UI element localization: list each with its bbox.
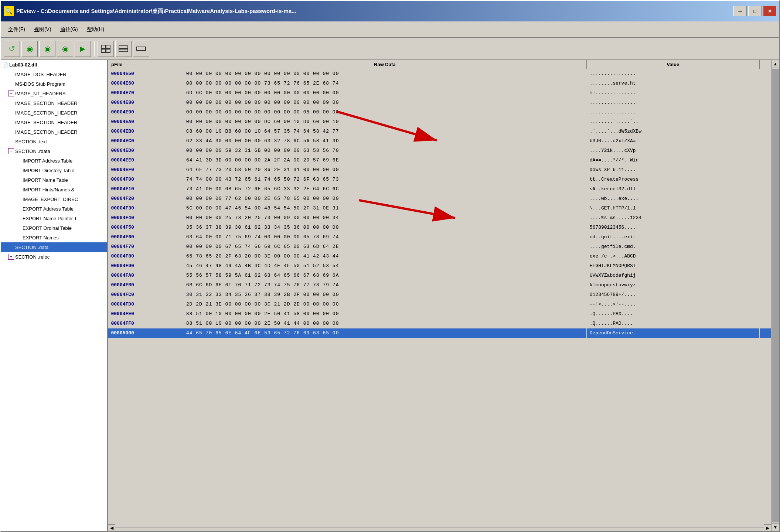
scroll-right-button[interactable]: ▶ xyxy=(764,524,771,532)
cell-address: 00004FC0 xyxy=(108,290,183,300)
table-row[interactable]: 00004E5000 00 00 00 00 00 00 00 00 00 00… xyxy=(108,69,771,79)
view2-button[interactable] xyxy=(115,41,132,57)
tree-item-export-names[interactable]: EXPORT Names xyxy=(1,233,107,242)
next-button[interactable]: ▶ xyxy=(75,41,91,57)
menu-view[interactable]: 视图(V) xyxy=(30,24,56,35)
table-row[interactable]: 00004F5035 36 37 38 39 30 61 62 33 34 35… xyxy=(108,223,771,232)
table-row[interactable]: 00004E6000 00 00 00 00 00 00 00 73 65 72… xyxy=(108,79,771,88)
cell-value: EFGHIJKLMNOPQRST xyxy=(586,261,759,271)
tree-root[interactable]: 📄 Lab03-02.dll xyxy=(1,60,107,69)
cell-address: 00004FB0 xyxy=(108,280,183,290)
right-panel[interactable]: pFile Raw Data Value 00004E5000 00 00 00… xyxy=(108,60,771,524)
cell-hex: 45 46 47 48 49 4A 4B 4C 4D 4E 4F 50 51 5… xyxy=(183,261,586,271)
scroll-left-button[interactable]: ◀ xyxy=(108,524,115,532)
tree-item-import-hints[interactable]: IMPORT Hints/Names & xyxy=(1,185,107,194)
tree-item-section-header3[interactable]: IMAGE_SECTION_HEADER xyxy=(1,117,107,127)
tree-item-nt-headers[interactable]: + IMAGE_NT_HEADERS xyxy=(1,89,107,98)
table-row[interactable]: 00004EC062 33 4A 30 00 00 00 00 63 32 78… xyxy=(108,136,771,146)
scroll-down-button[interactable]: ▼ xyxy=(772,523,779,531)
cell-address: 00004EB0 xyxy=(108,127,183,136)
tree-item-export-name-pointer[interactable]: EXPORT Name Pointer T xyxy=(1,214,107,223)
scroll-up-button[interactable]: ▲ xyxy=(772,60,779,68)
tree-item-section-header4[interactable]: IMAGE_SECTION_HEADER xyxy=(1,127,107,137)
table-row[interactable]: 00004F7000 00 00 00 67 65 74 66 69 6C 65… xyxy=(108,242,771,252)
cell-value: exe /c .>...ABCD xyxy=(586,252,759,261)
back-button[interactable]: ◉ xyxy=(21,41,38,57)
main-window: 🔍 PEview - C:\Documents and Settings\Adm… xyxy=(0,0,780,532)
cell-address: 00004E60 xyxy=(108,79,183,88)
table-row[interactable]: 00004F9045 46 47 48 49 4A 4B 4C 4D 4E 4F… xyxy=(108,261,771,271)
table-row[interactable]: 00004F0074 74 00 00 43 72 65 61 74 65 50… xyxy=(108,175,771,184)
svg-rect-0 xyxy=(101,45,105,48)
tree-item-section-text[interactable]: SECTION .text xyxy=(1,137,107,146)
cell-value: ................ xyxy=(586,108,759,117)
table-row[interactable]: 00004E8000 00 00 00 00 00 00 00 00 00 00… xyxy=(108,98,771,108)
tree-item-section-header2[interactable]: IMAGE_SECTION_HEADER xyxy=(1,108,107,117)
view3-button[interactable] xyxy=(133,41,149,57)
tree-label: EXPORT Name Pointer T xyxy=(23,216,77,221)
tree-item-section-header1[interactable]: IMAGE_SECTION_HEADER xyxy=(1,98,107,108)
cell-value: ....getfile.cmd. xyxy=(586,242,759,252)
table-row[interactable]: 00004EE064 41 3D 3D 00 00 00 00 2A 2F 2A… xyxy=(108,156,771,165)
table-row[interactable]: 00004F1073 41 00 00 6B 65 72 6E 65 6C 33… xyxy=(108,184,771,194)
svg-rect-1 xyxy=(106,45,110,48)
go-button[interactable]: ◉ xyxy=(57,41,73,57)
tree-item-dos-header[interactable]: IMAGE_DOS_HEADER xyxy=(1,69,107,79)
cell-address: 00004F80 xyxy=(108,252,183,261)
table-row[interactable]: 00004ED000 00 00 00 59 32 31 6B 00 00 00… xyxy=(108,146,771,156)
table-row[interactable]: 00004F8065 78 65 20 2F 63 20 00 3E 00 00… xyxy=(108,252,771,261)
table-row[interactable]: 00004FE088 51 00 10 00 00 00 00 2E 50 41… xyxy=(108,309,771,319)
table-row[interactable]: 00004EF064 6F 77 73 20 58 50 20 36 2E 31… xyxy=(108,165,771,175)
cell-empty xyxy=(759,156,771,165)
right-scrollbar[interactable]: ▲ ▼ xyxy=(771,60,779,531)
tree-item-msdos-stub[interactable]: MS-DOS Stub Program xyxy=(1,79,107,89)
table-row[interactable]: 00004F305C 00 00 00 47 45 54 00 48 54 54… xyxy=(108,204,771,213)
table-row[interactable]: 00004E9000 00 00 00 00 00 00 00 00 00 00… xyxy=(108,108,771,117)
tree-item-import-address[interactable]: IMPORT Address Table xyxy=(1,156,107,166)
cell-empty xyxy=(759,213,771,223)
table-row[interactable]: 0000500044 65 70 65 6E 64 4F 6E 53 65 72… xyxy=(108,328,771,338)
table-row[interactable]: 00004F2000 00 00 00 77 62 00 00 2E 65 78… xyxy=(108,194,771,204)
maximize-button[interactable]: □ xyxy=(748,6,762,16)
menu-goto[interactable]: 前往(G) xyxy=(56,24,82,35)
tree-item-section-reloc[interactable]: + SECTION .reloc xyxy=(1,252,107,262)
cell-address: 00004F90 xyxy=(108,261,183,271)
view1-button[interactable] xyxy=(98,41,114,57)
cell-empty xyxy=(759,146,771,156)
cell-value: ....wb....exe.... xyxy=(586,194,759,204)
table-row[interactable]: 00004FD02D 2D 21 3E 00 00 00 00 3C 21 2D… xyxy=(108,300,771,309)
forward-button[interactable]: ◉ xyxy=(39,41,55,57)
table-row[interactable]: 00004FC030 31 32 33 34 35 36 37 38 39 2B… xyxy=(108,290,771,300)
cell-empty xyxy=(759,280,771,290)
cell-hex: 6D 6C 00 00 00 00 00 00 00 00 00 00 00 0… xyxy=(183,88,586,98)
tree-item-import-name[interactable]: IMPORT Name Table xyxy=(1,175,107,185)
cell-value: ....Y21k....cXVp xyxy=(586,146,759,156)
tree-item-export-address[interactable]: EXPORT Address Table xyxy=(1,204,107,214)
table-row[interactable]: 00004FB06B 6C 6D 6E 6F 70 71 72 73 74 75… xyxy=(108,280,771,290)
menu-help[interactable]: 帮助(H) xyxy=(82,24,109,35)
cell-address: 00004FF0 xyxy=(108,319,183,328)
left-panel[interactable]: 📄 Lab03-02.dll IMAGE_DOS_HEADER MS-DOS S… xyxy=(1,60,108,531)
bottom-scrollbar[interactable]: ◀ ▶ xyxy=(108,524,771,531)
minimize-button[interactable]: ─ xyxy=(733,6,747,16)
table-row[interactable]: 00004FA055 56 57 58 59 5A 61 62 63 64 65… xyxy=(108,271,771,280)
close-button[interactable]: ✕ xyxy=(763,6,776,16)
tree-item-section-data[interactable]: SECTION .data xyxy=(1,242,107,252)
tree-item-export-ordinal[interactable]: EXPORT Ordinal Table xyxy=(1,223,107,233)
table-row[interactable]: 00004F6063 64 00 00 71 75 69 74 00 00 00… xyxy=(108,232,771,242)
cell-empty xyxy=(759,223,771,232)
table-row[interactable]: 00004EA000 00 00 00 00 00 00 00 DC 60 00… xyxy=(108,117,771,127)
tree-item-export-directory[interactable]: IMAGE_EXPORT_DIREC xyxy=(1,194,107,204)
refresh-button[interactable]: ↺ xyxy=(4,41,20,57)
table-row[interactable]: 00004F4000 00 00 00 25 73 20 25 73 00 09… xyxy=(108,213,771,223)
tree-item-import-directory[interactable]: IMPORT Directory Table xyxy=(1,166,107,175)
cell-address: 00004E50 xyxy=(108,69,183,79)
table-row[interactable]: 00004FF088 51 00 10 00 00 00 00 2E 50 41… xyxy=(108,319,771,328)
table-row[interactable]: 00004EB0C8 60 00 10 B8 60 00 10 64 57 35… xyxy=(108,127,771,136)
window-title: PEview - C:\Documents and Settings\Admin… xyxy=(16,8,296,15)
col-header-value: Value xyxy=(586,60,759,69)
table-row[interactable]: 00004E706D 6C 00 00 00 00 00 00 00 00 00… xyxy=(108,88,771,98)
menu-file[interactable]: 文件(F) xyxy=(4,24,30,35)
cell-hex: 00 00 00 00 00 00 00 00 00 00 00 00 00 0… xyxy=(183,69,586,79)
tree-item-section-rdata[interactable]: - SECTION .rdata xyxy=(1,146,107,156)
